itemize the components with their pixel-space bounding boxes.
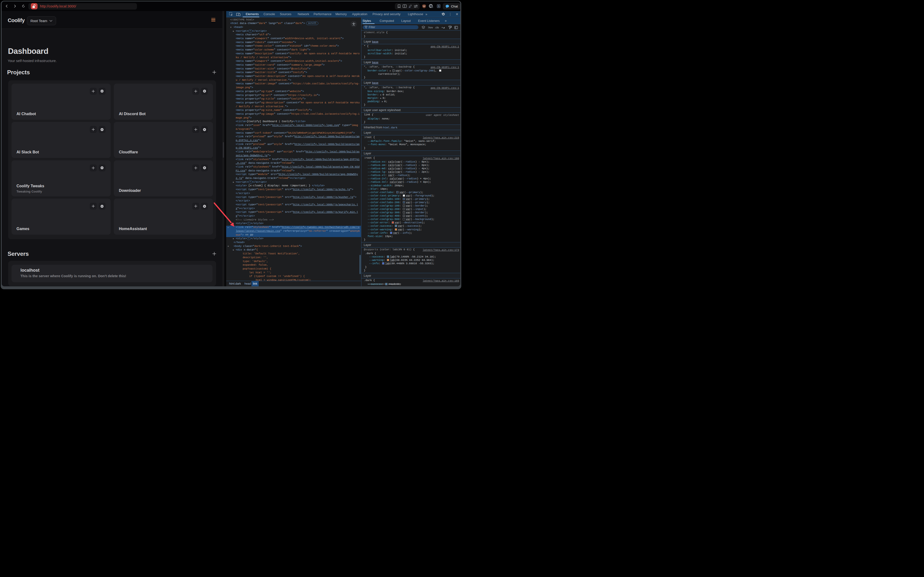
svg-text:S: S bbox=[438, 5, 439, 8]
